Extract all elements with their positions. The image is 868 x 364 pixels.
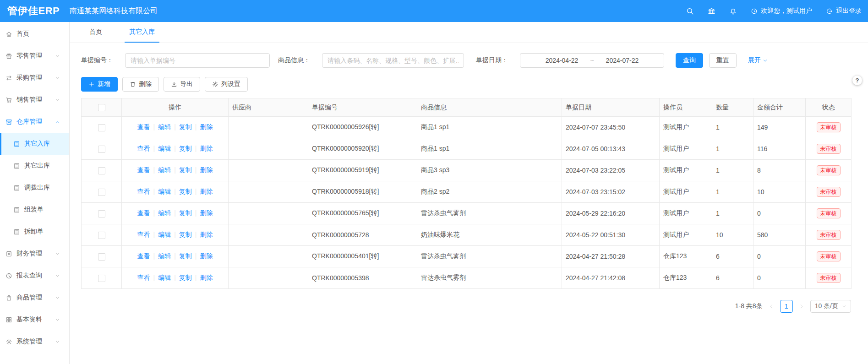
- row-action-copy[interactable]: 复制: [179, 123, 192, 130]
- chevron-down-icon: [763, 58, 768, 63]
- sidebar-item-basic[interactable]: 基本资料: [0, 309, 69, 331]
- logout-button[interactable]: 退出登录: [826, 7, 862, 15]
- export-button[interactable]: 导出: [164, 77, 200, 92]
- chevron-down-icon: [55, 273, 60, 278]
- date-range-input[interactable]: 2024-04-22 ~ 2024-07-22: [520, 53, 664, 68]
- row-action-view[interactable]: 查看: [137, 166, 150, 174]
- bell-icon[interactable]: [729, 7, 737, 15]
- row-action-delete[interactable]: 删除: [200, 209, 213, 217]
- bill-no-input[interactable]: [125, 53, 270, 68]
- column-settings-label: 列设置: [221, 80, 240, 88]
- row-actions-cell: 查看|编辑|复制|删除: [122, 138, 229, 160]
- row-actions-cell: 查看|编辑|复制|删除: [122, 246, 229, 267]
- tab-home[interactable]: 首页: [85, 22, 107, 43]
- cell-qty: 10: [712, 224, 753, 246]
- sidebar-item-warehouse[interactable]: 仓库管理: [0, 111, 69, 133]
- row-action-view[interactable]: 查看: [137, 188, 150, 195]
- sidebar-item-label: 销售管理: [16, 96, 42, 104]
- row-action-edit[interactable]: 编辑: [158, 145, 171, 152]
- row-action-delete[interactable]: 删除: [200, 252, 213, 260]
- row-checkbox[interactable]: [98, 210, 105, 217]
- sidebar-item-reports[interactable]: 报表查询: [0, 265, 69, 287]
- row-checkbox[interactable]: [98, 146, 105, 153]
- clock-icon: [751, 8, 758, 15]
- sidebar-item-sales[interactable]: 销售管理: [0, 89, 69, 111]
- row-action-copy[interactable]: 复制: [179, 231, 192, 238]
- delete-button[interactable]: 删除: [122, 77, 159, 92]
- row-checkbox[interactable]: [98, 253, 105, 261]
- action-separator: |: [195, 145, 197, 152]
- page-number-button[interactable]: 1: [780, 300, 793, 313]
- cell-operator: 测试用户: [660, 181, 712, 203]
- prev-page-icon[interactable]: [769, 304, 774, 309]
- row-action-copy[interactable]: 复制: [179, 188, 192, 195]
- cell-amount: 580: [753, 224, 806, 246]
- row-action-view[interactable]: 查看: [137, 252, 150, 260]
- sidebar-item-finance[interactable]: 财务管理: [0, 243, 69, 265]
- help-button[interactable]: ?: [852, 76, 862, 85]
- search-icon[interactable]: [686, 7, 694, 15]
- row-action-delete[interactable]: 删除: [200, 231, 213, 238]
- action-separator: |: [174, 188, 176, 195]
- row-action-view[interactable]: 查看: [137, 123, 150, 130]
- reset-button[interactable]: 重置: [709, 53, 737, 68]
- sidebar-item-home[interactable]: 首页: [0, 23, 69, 45]
- date-start-value[interactable]: 2024-04-22: [546, 57, 579, 64]
- action-separator: |: [153, 209, 155, 217]
- tab-other-in[interactable]: 其它入库: [125, 22, 159, 43]
- row-action-edit[interactable]: 编辑: [158, 209, 171, 217]
- page-size-select[interactable]: 10 条/页: [810, 300, 851, 313]
- row-action-edit[interactable]: 编辑: [158, 123, 171, 130]
- select-all-checkbox[interactable]: [98, 104, 105, 111]
- row-action-edit[interactable]: 编辑: [158, 188, 171, 195]
- reset-button-label: 重置: [716, 56, 729, 65]
- row-action-delete[interactable]: 删除: [200, 274, 213, 281]
- sidebar-item-purchase[interactable]: 采购管理: [0, 67, 69, 89]
- chevron-down-icon: [55, 317, 60, 322]
- row-action-edit[interactable]: 编辑: [158, 274, 171, 281]
- sidebar-item-retail[interactable]: 零售管理: [0, 45, 69, 67]
- sidebar-item-disassembly[interactable]: 拆卸单: [0, 221, 69, 243]
- row-action-edit[interactable]: 编辑: [158, 231, 171, 238]
- row-action-view[interactable]: 查看: [137, 145, 150, 152]
- row-action-copy[interactable]: 复制: [179, 209, 192, 217]
- row-checkbox[interactable]: [98, 275, 105, 282]
- row-action-delete[interactable]: 删除: [200, 188, 213, 195]
- welcome-user[interactable]: 欢迎您，测试用户: [751, 7, 812, 15]
- pagination: 1-8 共8条 1 10 条/页: [81, 300, 851, 313]
- gear-icon: [212, 81, 218, 87]
- row-action-copy[interactable]: 复制: [179, 166, 192, 174]
- row-action-copy[interactable]: 复制: [179, 252, 192, 260]
- add-button[interactable]: 新增: [81, 77, 118, 92]
- row-action-view[interactable]: 查看: [137, 209, 150, 217]
- row-action-edit[interactable]: 编辑: [158, 252, 171, 260]
- action-separator: |: [174, 274, 176, 281]
- column-settings-button[interactable]: 列设置: [205, 77, 248, 92]
- search-button-label: 查询: [683, 56, 696, 65]
- page-size-value: 10 条/页: [815, 302, 838, 310]
- goods-info-input[interactable]: [322, 53, 464, 68]
- row-action-delete[interactable]: 删除: [200, 145, 213, 152]
- row-action-edit[interactable]: 编辑: [158, 166, 171, 174]
- sidebar-item-system[interactable]: 系统管理: [0, 331, 69, 353]
- row-checkbox[interactable]: [98, 232, 105, 239]
- row-checkbox[interactable]: [98, 124, 105, 131]
- next-page-icon[interactable]: [799, 304, 804, 309]
- row-checkbox[interactable]: [98, 167, 105, 174]
- row-action-delete[interactable]: 删除: [200, 123, 213, 130]
- date-end-value[interactable]: 2024-07-22: [606, 57, 639, 64]
- row-action-copy[interactable]: 复制: [179, 274, 192, 281]
- sidebar-item-transfer-out[interactable]: 调拨出库: [0, 177, 69, 199]
- row-action-view[interactable]: 查看: [137, 274, 150, 281]
- row-action-delete[interactable]: 删除: [200, 166, 213, 174]
- sidebar-item-other-in[interactable]: 其它入库: [0, 133, 69, 155]
- expand-filters-link[interactable]: 展开: [748, 56, 768, 65]
- row-action-view[interactable]: 查看: [137, 231, 150, 238]
- sidebar-item-assembly[interactable]: 组装单: [0, 199, 69, 221]
- row-checkbox[interactable]: [98, 189, 105, 196]
- row-action-copy[interactable]: 复制: [179, 145, 192, 152]
- search-button[interactable]: 查询: [676, 53, 703, 68]
- bank-icon[interactable]: [708, 7, 715, 15]
- sidebar-item-other-out[interactable]: 其它出库: [0, 155, 69, 177]
- sidebar-item-goods[interactable]: 商品管理: [0, 287, 69, 309]
